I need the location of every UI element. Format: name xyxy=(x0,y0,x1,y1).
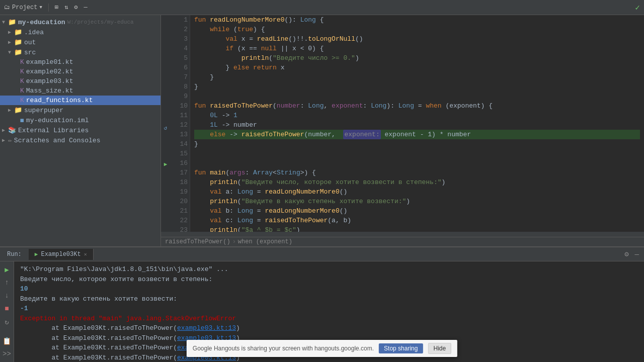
sidebar-item-example02[interactable]: K example02.kt xyxy=(0,67,160,76)
run-toolbar: ▶ ↑ ↓ ■ ↻ 📋 >> xyxy=(0,261,14,362)
code-line-19: val a: Long = readLongNumberMore0() xyxy=(194,187,640,197)
breadcrumb-sep: › xyxy=(232,238,236,245)
folder-superpuper-icon: 📁 xyxy=(14,106,22,114)
run-line-stack1: at Example03Kt.raisedToThePower(example0… xyxy=(20,323,638,333)
minimize-btn[interactable]: — xyxy=(84,4,88,11)
run-down-btn[interactable]: ↓ xyxy=(2,291,12,301)
code-line-3: val x = readLine()!!.toLongOrNull() xyxy=(194,34,640,44)
main-area: ▼ 📁 my-education W:/projects/my-educa ▶ … xyxy=(0,15,644,246)
code-line-15 xyxy=(194,149,640,158)
gutter-21 xyxy=(161,196,170,205)
settings-btn[interactable]: ⚙ xyxy=(74,4,77,11)
run-line-input2: -1 xyxy=(20,304,638,314)
gutter-11 xyxy=(161,106,170,115)
gutter-5 xyxy=(161,51,170,60)
layout-btn[interactable]: ⊞ xyxy=(55,4,58,11)
project-path: W:/projects/my-educa xyxy=(67,19,134,25)
file-iml-icon: ◼ xyxy=(20,116,24,124)
sidebar-item-superpuper[interactable]: ▶ 📁 superpuper xyxy=(0,105,160,115)
code-line-11: 0L -> 1 xyxy=(194,111,640,120)
gutter-12 xyxy=(161,114,170,123)
sidebar-item-out[interactable]: ▶ 📁 out xyxy=(0,37,160,47)
project-folder-icon: 📁 xyxy=(8,18,16,26)
file-example01-icon: K xyxy=(20,58,24,66)
tab-example03kt[interactable]: ▶ Example03Kt ✕ xyxy=(29,249,94,260)
run-up-btn[interactable]: ↑ xyxy=(2,278,12,288)
gutter-4 xyxy=(161,42,170,51)
run-play-btn[interactable]: ▶ xyxy=(2,264,12,275)
gutter-1 xyxy=(161,15,170,24)
stack-link-1[interactable]: example03.kt:13 xyxy=(177,324,236,332)
folder-idea-icon: 📁 xyxy=(14,28,22,36)
folder-out-icon: 📁 xyxy=(14,38,22,46)
gutter-10 xyxy=(161,97,170,106)
project-menu[interactable]: 🗂 Project ▼ xyxy=(4,4,42,11)
sidebar-item-src[interactable]: ▼ 📁 src xyxy=(0,47,160,57)
label-superpuper: superpuper xyxy=(24,107,63,114)
breadcrumb: raisedToThePower() › when (exponent) xyxy=(161,237,644,246)
notification-text: Google Hangouts is sharing your screen w… xyxy=(193,345,374,352)
gutter-23 xyxy=(161,214,170,223)
dropdown-icon: ▼ xyxy=(39,5,42,10)
arrow-project: ▼ xyxy=(2,20,8,25)
gutter-8 xyxy=(161,78,170,87)
gutter-22 xyxy=(161,205,170,214)
sidebar-item-example03[interactable]: K example03.kt xyxy=(0,76,160,86)
run-label: Run: xyxy=(4,249,25,260)
settings-btn-run[interactable]: ⚙ xyxy=(623,249,629,259)
scratches-icon: ✏ xyxy=(8,136,12,144)
code-line-13: else -> raisedToThePower(number, exponen… xyxy=(194,130,640,139)
code-line-18: println("Введите число, которое хотите в… xyxy=(194,177,640,187)
run-line-error: Exception in thread "main" java.lang.Sta… xyxy=(20,314,638,324)
diff-btn[interactable]: ⇅ xyxy=(64,4,68,11)
run-scroll-btn[interactable]: 📋 xyxy=(2,336,12,346)
code-line-14: } xyxy=(194,139,640,149)
run-line-input1: 10 xyxy=(20,284,638,294)
sidebar-item-example01[interactable]: K example01.kt xyxy=(0,57,160,67)
run-rerun-btn[interactable]: ↻ xyxy=(2,317,12,327)
code-line-4: if (x == null || x < 0) { xyxy=(194,44,640,53)
sidebar-item-ext-libraries[interactable]: ▶ 📚 External Libraries xyxy=(0,125,160,135)
tab-close-btn[interactable]: ✕ xyxy=(84,251,87,257)
gutter-16 xyxy=(161,150,170,159)
arrow-superpuper: ▶ xyxy=(8,107,14,113)
breadcrumb-part1[interactable]: raisedToThePower() xyxy=(165,238,230,245)
code-line-1: fun readLongNumberMore0(): Long { xyxy=(194,15,640,25)
code-line-12: 1L -> number xyxy=(194,120,640,130)
sidebar-item-read-functions[interactable]: K read_functions.kt xyxy=(0,96,160,105)
stack-prefix-4: at Example03Kt.raisedToThePower( xyxy=(20,354,177,361)
tab-run-icon: ▶ xyxy=(35,251,38,257)
sidebar-item-idea[interactable]: ▶ 📁 .idea xyxy=(0,27,160,37)
editor-content: ↺ ▶ 1 2 3 4 5 6 7 xyxy=(161,15,644,232)
label-example02: example02.kt xyxy=(26,68,73,75)
line-numbers: 1 2 3 4 5 6 7 8 9 10 11 12 13 14 15 16 1… xyxy=(170,15,190,232)
sidebar-item-iml[interactable]: ◼ my-education.iml xyxy=(0,115,160,125)
sep1 xyxy=(48,4,49,12)
sidebar-item-mass-size[interactable]: K Mass_size.kt xyxy=(0,86,160,96)
code-editor[interactable]: fun readLongNumberMore0(): Long { while … xyxy=(190,15,644,232)
run-more-btn[interactable]: >> xyxy=(2,349,12,359)
stop-sharing-button[interactable]: Stop sharing xyxy=(379,343,423,353)
folder-src-icon: 📁 xyxy=(14,48,22,56)
hide-button[interactable]: Hide xyxy=(428,343,451,354)
sidebar-item-project[interactable]: ▼ 📁 my-education W:/projects/my-educa xyxy=(0,17,160,27)
breadcrumb-part2[interactable]: when (exponent) xyxy=(238,238,292,245)
file-mass-icon: K xyxy=(20,87,24,95)
stack-prefix-1: at Example03Kt.raisedToThePower( xyxy=(20,324,177,332)
horizontal-scrollbar[interactable] xyxy=(161,232,644,237)
checkmark-icon: ✓ xyxy=(635,3,640,13)
sidebar-item-scratches[interactable]: ▶ ✏ Scratches and Consoles xyxy=(0,135,160,145)
label-read-functions: read_functions.kt xyxy=(26,97,93,104)
run-stop-btn[interactable]: ■ xyxy=(2,304,12,314)
gutter-13: ↺ xyxy=(161,123,170,132)
code-line-17: fun main(args: Array<String>) { xyxy=(194,168,640,177)
code-line-5: println("Введите число >= 0.") xyxy=(194,53,640,63)
code-line-9 xyxy=(194,92,640,101)
code-line-8: } xyxy=(194,82,640,92)
label-idea: .idea xyxy=(24,29,44,36)
arrow-scratches: ▶ xyxy=(2,137,8,143)
file-example03-icon: K xyxy=(20,77,24,85)
gutter-19 xyxy=(161,177,170,187)
close-panel-btn[interactable]: — xyxy=(634,249,640,259)
file-example02-icon: K xyxy=(20,68,24,75)
